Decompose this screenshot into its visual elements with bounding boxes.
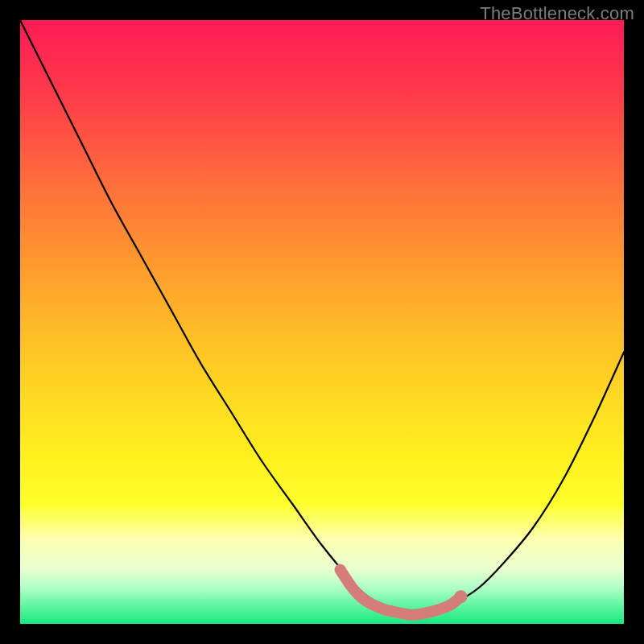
chart-plot-area [20,20,624,624]
bottleneck-curve [20,20,624,615]
chart-svg [20,20,624,624]
fit-highlight [341,570,461,615]
fit-end-dot [455,590,468,603]
chart-frame: TheBottleneck.com [0,0,644,644]
